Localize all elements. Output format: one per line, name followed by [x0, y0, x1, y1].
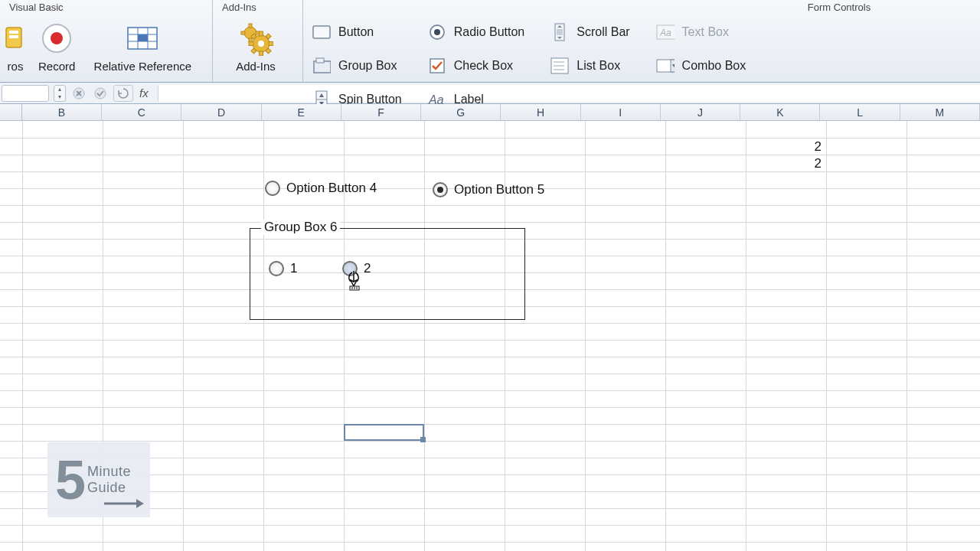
- addins-button[interactable]: Add-Ins: [217, 15, 294, 74]
- fx-label[interactable]: fx: [139, 86, 149, 99]
- ribbon: Visual Basic ros Record: [0, 0, 980, 83]
- button-icon: [312, 23, 331, 41]
- combobox-icon: [656, 57, 675, 75]
- record-icon: [40, 18, 74, 58]
- x-icon: [73, 87, 85, 99]
- svg-point-17: [258, 41, 264, 47]
- relative-reference-icon: [125, 18, 160, 58]
- svg-text:Aa: Aa: [659, 28, 671, 38]
- record-button[interactable]: Record: [32, 15, 81, 74]
- namebox-stepper[interactable]: ▴▾: [54, 85, 66, 102]
- ribbon-group-addins: Add-Ins: [213, 0, 303, 82]
- macros-button[interactable]: ros: [5, 15, 32, 74]
- svg-rect-30: [557, 29, 563, 35]
- svg-rect-18: [260, 31, 263, 36]
- groupbox-option-1[interactable]: 1: [269, 261, 297, 276]
- col-header-I[interactable]: I: [581, 104, 661, 120]
- column-headers: B C D E F G H I J K L M: [0, 104, 980, 121]
- group-label-form-controls: Form Controls: [308, 0, 975, 13]
- radio-icon: [342, 261, 358, 276]
- col-header-K[interactable]: K: [740, 104, 820, 120]
- form-control-button[interactable]: Button: [312, 18, 402, 47]
- radio-icon: [428, 23, 446, 41]
- option-button-4[interactable]: Option Button 4: [265, 181, 377, 196]
- group-label-addins: Add-Ins: [217, 0, 298, 15]
- svg-rect-34: [316, 58, 324, 63]
- spreadsheet-grid[interactable]: 2 2 Option Button 4 Option Button 5 Grou…: [0, 121, 980, 551]
- svg-rect-26: [313, 26, 330, 38]
- scrollbar-icon: [550, 23, 569, 41]
- group-box-label: Group Box 6: [261, 220, 340, 235]
- watermark-logo: 5 Minute Guide: [47, 442, 150, 517]
- form-control-list-box[interactable]: List Box: [550, 51, 629, 80]
- checkbox-icon: [428, 57, 446, 75]
- ribbon-group-form-controls: Form Controls Button Radio Button: [303, 0, 980, 82]
- col-header-F[interactable]: F: [341, 104, 421, 120]
- cancel-formula-button[interactable]: [70, 85, 87, 102]
- enter-formula-button[interactable]: [92, 85, 109, 102]
- form-control-text-box[interactable]: Aa Text Box: [656, 18, 746, 47]
- recent-formula-button[interactable]: [113, 85, 133, 102]
- form-control-group-box[interactable]: Group Box: [312, 51, 402, 80]
- cell-value: 2: [746, 156, 826, 171]
- svg-rect-14: [241, 31, 245, 34]
- macros-icon: [5, 18, 26, 58]
- col-header-D[interactable]: D: [181, 104, 261, 120]
- col-header-H[interactable]: H: [501, 104, 580, 120]
- group-box-6[interactable]: Group Box 6 1 2: [250, 228, 525, 320]
- fill-handle[interactable]: [420, 437, 426, 442]
- svg-rect-20: [249, 42, 253, 46]
- select-all-corner[interactable]: [0, 104, 22, 120]
- listbox-icon: [550, 57, 569, 75]
- form-control-check-box[interactable]: Check Box: [428, 51, 525, 80]
- name-box[interactable]: [2, 85, 49, 102]
- col-header-M[interactable]: M: [900, 104, 980, 120]
- svg-rect-21: [269, 42, 273, 46]
- svg-point-4: [51, 32, 63, 44]
- recent-icon: [118, 88, 129, 99]
- form-control-combo-box[interactable]: Combo Box: [656, 51, 746, 80]
- svg-point-46: [95, 88, 106, 99]
- svg-rect-19: [260, 51, 263, 56]
- col-header-B[interactable]: B: [22, 104, 102, 120]
- col-header-J[interactable]: J: [661, 104, 740, 120]
- svg-rect-2: [9, 35, 18, 38]
- active-cell[interactable]: [344, 424, 424, 441]
- form-control-scroll-bar[interactable]: Scroll Bar: [550, 18, 629, 47]
- svg-point-28: [434, 29, 440, 35]
- form-control-radio-button[interactable]: Radio Button: [428, 18, 525, 47]
- svg-rect-10: [138, 34, 148, 41]
- col-header-L[interactable]: L: [820, 104, 900, 120]
- groupbox-icon: [312, 57, 331, 75]
- cell-value: 2: [746, 139, 826, 155]
- groupbox-option-2[interactable]: 2: [342, 261, 371, 276]
- radio-icon: [269, 261, 284, 276]
- svg-rect-12: [249, 24, 252, 28]
- ribbon-group-visual-basic: Visual Basic ros Record: [0, 0, 213, 82]
- relative-reference-button[interactable]: Relative Reference: [81, 15, 204, 74]
- col-header-E[interactable]: E: [262, 104, 341, 120]
- option-button-5[interactable]: Option Button 5: [433, 182, 544, 197]
- col-header-G[interactable]: G: [421, 104, 501, 120]
- radio-icon: [433, 182, 448, 197]
- arrow-icon: [103, 497, 145, 510]
- textbox-icon: Aa: [656, 23, 675, 41]
- svg-rect-1: [9, 31, 18, 34]
- col-header-C[interactable]: C: [102, 104, 181, 120]
- group-label-visual-basic: Visual Basic: [5, 0, 207, 15]
- radio-icon: [265, 181, 280, 196]
- gear-icon: [238, 18, 273, 58]
- check-icon: [94, 87, 106, 99]
